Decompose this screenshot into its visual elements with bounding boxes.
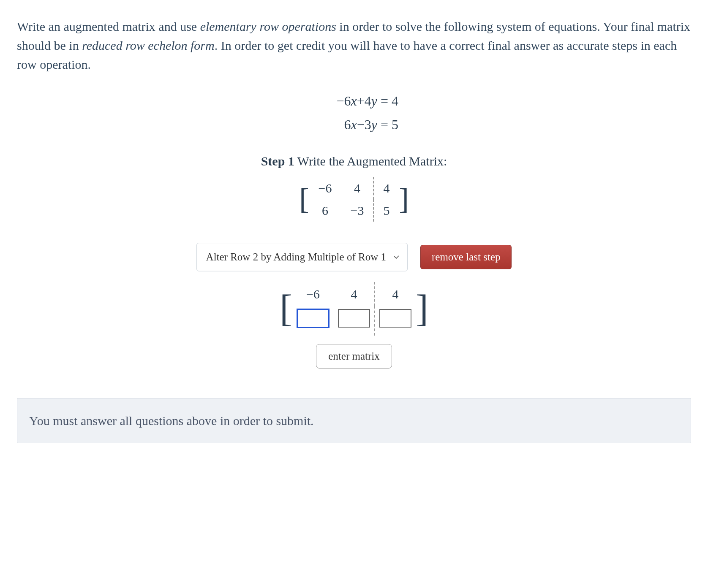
remove-last-step-label: remove last step [432, 251, 500, 263]
problem-em-1: elementary row operations [200, 19, 336, 33]
problem-statement: Write an augmented matrix and use elemen… [17, 17, 691, 74]
input-r2c2[interactable] [338, 309, 370, 328]
step-1-rest: Write the Augmented Matrix: [294, 154, 447, 168]
eq1-lhs: −6x+4y [336, 93, 377, 108]
bracket-left-icon: [ [280, 293, 292, 324]
problem-em-2: reduced row echelon form [82, 38, 215, 52]
bracket-left-icon: [ [299, 187, 309, 212]
enter-matrix-button[interactable]: enter matrix [316, 344, 392, 369]
input-r2c3-cell [374, 306, 416, 336]
matrix-r1c1: −6 [309, 177, 341, 199]
input-r2c1-cell [292, 306, 334, 336]
input-r2c1[interactable] [297, 309, 329, 328]
matrix-r1c3: 4 [373, 177, 399, 199]
input-r1c1: −6 [292, 282, 334, 306]
equation-1: −6x+4y = 4 [17, 91, 691, 111]
chevron-down-icon [393, 254, 400, 260]
eq2-lhs: 6x−3y [344, 117, 377, 132]
step-1-label: Step 1 [261, 154, 294, 168]
bracket-right-icon: ] [399, 187, 408, 212]
step-1-heading: Step 1 Write the Augmented Matrix: [17, 152, 691, 171]
submit-notice-text: You must answer all questions above in o… [29, 414, 314, 428]
problem-text-pre: Write an augmented matrix and use [17, 19, 200, 33]
matrix-r2c1: 6 [309, 199, 341, 222]
input-r2c3[interactable] [379, 309, 411, 328]
eq1-rhs: = 4 [377, 91, 398, 111]
equation-system: −6x+4y = 4 6x−3y = 5 [17, 91, 691, 135]
enter-matrix-label: enter matrix [328, 350, 379, 362]
matrix-r1c2: 4 [341, 177, 373, 199]
input-r1c3: 4 [374, 282, 416, 306]
remove-last-step-button[interactable]: remove last step [420, 245, 512, 269]
augmented-matrix-display: [ −6 4 4 6 −3 5 ] [299, 177, 408, 222]
matrix-r2c3: 5 [373, 199, 399, 222]
eq2-rhs: = 5 [377, 114, 398, 135]
input-r1c2: 4 [334, 282, 374, 306]
matrix-r2c2: −3 [341, 199, 373, 222]
submit-notice: You must answer all questions above in o… [17, 398, 691, 443]
matrix-input: [ −6 4 4 ] [280, 282, 428, 336]
bracket-right-icon: ] [416, 293, 428, 324]
step-1-section: Step 1 Write the Augmented Matrix: [ −6 … [17, 152, 691, 228]
row-operation-select[interactable]: Alter Row 2 by Adding Multiple of Row 1 [196, 243, 408, 271]
equation-2: 6x−3y = 5 [17, 114, 691, 135]
input-r2c2-cell [334, 306, 374, 336]
controls-row: Alter Row 2 by Adding Multiple of Row 1 … [17, 243, 691, 271]
matrix-input-section: [ −6 4 4 ] enter matrix [17, 282, 691, 369]
row-operation-selected-value: Alter Row 2 by Adding Multiple of Row 1 [206, 249, 386, 265]
